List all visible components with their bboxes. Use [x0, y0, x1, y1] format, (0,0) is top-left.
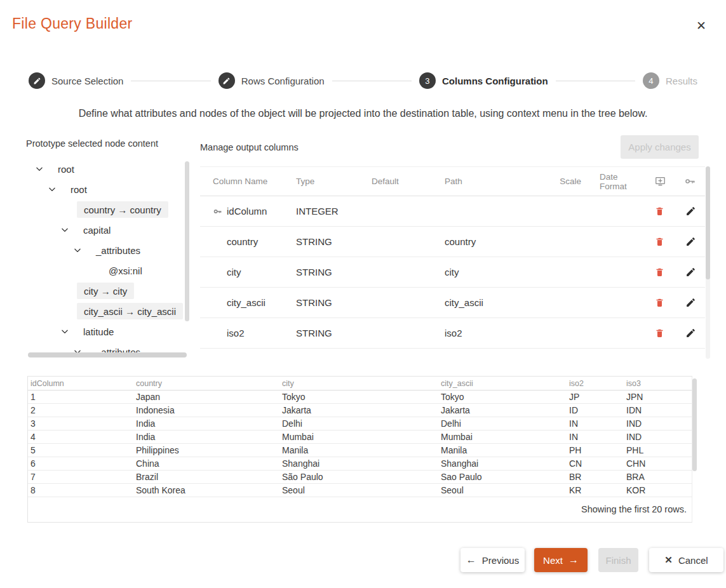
columns-table-header: Column Name Type Default Path Scale Date… — [200, 167, 705, 196]
mapped-node-chip[interactable]: city_ascii → city_ascii — [77, 303, 183, 319]
cell: India — [136, 432, 282, 442]
preview-header: iso2 — [569, 379, 626, 388]
previous-button-label: Previous — [482, 555, 519, 566]
step-label: Source Selection — [51, 76, 123, 86]
column-type: STRING — [296, 297, 372, 308]
add-column-icon[interactable] — [654, 175, 666, 187]
tree-item[interactable]: latitude — [26, 321, 190, 342]
column-header-name: Column Name — [213, 177, 296, 186]
preview-footer-note: Showing the first 20 rows. — [581, 504, 687, 514]
preview-header: idColumn — [30, 379, 136, 388]
cancel-button-label: Cancel — [678, 555, 708, 566]
column-name: iso2 — [227, 328, 245, 338]
cell: CN — [569, 458, 626, 469]
tree-item-mapped[interactable]: city_ascii → city_ascii — [26, 301, 190, 321]
step-label: Rows Configuration — [241, 76, 325, 86]
tree-item-mapped[interactable]: country → country — [26, 199, 190, 220]
step-number-badge: 4 — [643, 72, 659, 89]
column-header-default: Default — [372, 177, 445, 186]
column-type: INTEGER — [296, 206, 372, 217]
delete-icon[interactable] — [654, 267, 665, 277]
cancel-button[interactable]: ✕ Cancel — [649, 548, 723, 572]
preview-header: city — [282, 379, 441, 388]
preview-row: 1JapanTokyoTokyoJPJPN — [28, 391, 692, 404]
tree-horizontal-scrollbar[interactable] — [28, 352, 187, 357]
tree-item[interactable]: @xsi:nil — [26, 260, 190, 281]
column-header-path: Path — [445, 177, 527, 186]
chevron-down-icon[interactable] — [35, 164, 58, 173]
column-type: STRING — [296, 267, 372, 277]
pencil-icon — [218, 72, 235, 89]
cell: China — [136, 458, 282, 469]
chevron-down-icon[interactable] — [60, 225, 83, 234]
cell: Jakarta — [441, 405, 569, 415]
delete-icon[interactable] — [654, 236, 665, 247]
tree-item[interactable]: root — [26, 179, 190, 199]
key-icon[interactable] — [684, 175, 696, 187]
close-icon[interactable]: ✕ — [691, 15, 711, 36]
cell: Indonesia — [136, 405, 282, 415]
delete-icon[interactable] — [654, 206, 665, 217]
step-columns-configuration[interactable]: 3 Columns Configuration — [419, 72, 548, 89]
tree-item-label: @xsi:nil — [109, 265, 142, 276]
tree-item[interactable]: capital — [26, 220, 190, 240]
tree-item[interactable]: _attributes — [26, 240, 190, 260]
column-header-scale: Scale — [549, 177, 581, 186]
edit-icon[interactable] — [685, 206, 696, 217]
preview-row: 3IndiaDelhiDelhiININD — [28, 417, 692, 431]
step-rows-configuration[interactable]: Rows Configuration — [218, 72, 325, 89]
mapped-node-chip[interactable]: city → city — [77, 283, 134, 299]
delete-icon[interactable] — [654, 297, 665, 308]
cell: 8 — [30, 485, 136, 495]
preview-row: 4IndiaMumbaiMumbaiININD — [28, 431, 692, 444]
column-path: iso3 — [445, 358, 527, 359]
edit-icon[interactable] — [685, 358, 696, 359]
delete-icon[interactable] — [654, 328, 665, 338]
chevron-down-icon[interactable] — [48, 185, 71, 194]
columns-panel-label: Manage output columns — [200, 142, 299, 152]
apply-changes-button[interactable]: Apply changes — [621, 135, 699, 159]
cell: São Paulo — [282, 472, 441, 482]
cell: KR — [569, 485, 626, 495]
column-header-type: Type — [296, 177, 372, 186]
preview-vertical-scrollbar[interactable] — [692, 378, 697, 471]
cell: Shanghai — [282, 458, 441, 469]
cell: 2 — [30, 405, 136, 415]
finish-button[interactable]: Finish — [598, 548, 638, 572]
preview-row: 6ChinaShanghaiShanghaiCNCHN — [28, 457, 692, 471]
cell: IDN — [626, 405, 692, 415]
table-row: city_ascii STRING city_ascii — [200, 288, 705, 318]
mapped-node-chip[interactable]: country → country — [77, 201, 168, 218]
stepper-connector — [556, 81, 635, 81]
preview-row: 8South KoreaSeoulSeoulKRKOR — [28, 484, 692, 497]
preview-header: country — [136, 379, 282, 388]
edit-icon[interactable] — [685, 297, 696, 308]
tree-item[interactable]: root — [26, 159, 190, 179]
previous-button[interactable]: ← Previous — [460, 548, 525, 572]
next-button[interactable]: Next → — [534, 548, 588, 572]
step-results: 4 Results — [643, 72, 697, 89]
preview-row: 2IndonesiaJakartaJakartaIDIDN — [28, 404, 692, 417]
columns-table-scrollbar[interactable] — [706, 166, 710, 359]
edit-icon[interactable] — [685, 236, 696, 247]
cell: KOR — [626, 485, 692, 495]
delete-icon[interactable] — [654, 358, 665, 359]
chevron-down-icon[interactable] — [73, 246, 96, 255]
table-row: iso3 STRING iso3 — [200, 349, 705, 359]
column-path: city — [445, 267, 527, 277]
column-name: iso3 — [227, 358, 245, 359]
tree-item-mapped[interactable]: city → city — [26, 281, 190, 301]
chevron-down-icon[interactable] — [60, 327, 83, 336]
preview-header: city_ascii — [441, 379, 569, 388]
cell: JPN — [626, 392, 692, 402]
cell: IND — [626, 418, 692, 429]
edit-icon[interactable] — [685, 267, 696, 277]
column-type: STRING — [296, 328, 372, 338]
column-header-date-format: Date Format — [600, 172, 643, 191]
edit-icon[interactable] — [685, 328, 696, 338]
cell: IN — [569, 418, 626, 429]
tree-item-label: capital — [83, 225, 111, 236]
step-source-selection[interactable]: Source Selection — [29, 72, 123, 89]
tree-vertical-scrollbar[interactable] — [185, 161, 189, 321]
cancel-x-icon: ✕ — [664, 554, 673, 566]
